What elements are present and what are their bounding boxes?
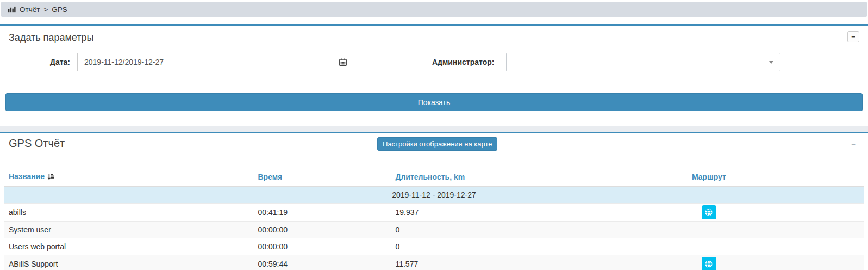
sort-icon [47,173,54,182]
cell-distance: 0 [391,238,554,255]
cell-name: Users web portal [4,238,253,255]
collapse-report-button[interactable]: − [851,140,856,149]
breadcrumb-item-report[interactable]: Отчёт [20,5,40,14]
column-header-route-label: Маршрут [692,173,726,181]
column-header-time[interactable]: Время [253,168,391,187]
cell-time: 00:00:00 [253,238,391,255]
report-panel: GPS Отчёт Настройки отображения на карте… [0,132,868,270]
cell-time: 00:41:19 [253,204,391,222]
column-header-time-label: Время [258,173,282,181]
panel-separator [0,126,868,132]
table-row: ABillS Support00:59:4411.577 [4,255,864,270]
admin-select[interactable] [506,53,780,71]
route-map-button[interactable] [702,205,716,219]
date-range-group-row: 2019-11-12 - 2019-12-27 [4,187,864,204]
table-row: abills00:41:1919.937 [4,204,864,222]
report-panel-header: GPS Отчёт Настройки отображения на карте… [4,133,864,155]
params-panel: Задать параметры − Дата: [0,24,868,119]
chevron-down-icon [769,61,773,64]
breadcrumb: Отчёт > GPS [1,2,867,17]
cell-distance: 19.937 [391,204,554,222]
breadcrumb-item-gps[interactable]: GPS [52,5,67,14]
cell-name: abills [4,204,253,222]
collapse-params-button[interactable]: − [847,31,859,42]
column-header-name-label: Название [9,172,45,181]
globe-icon [704,208,713,217]
report-title: GPS Отчёт [4,137,65,150]
cell-name: ABillS Support [4,255,253,270]
date-range-label: 2019-11-12 - 2019-12-27 [4,187,864,204]
show-button[interactable]: Показать [5,93,863,111]
admin-label: Администратор: [432,58,494,66]
cell-route [554,255,864,270]
date-input-group [77,53,353,71]
cell-route [554,204,864,222]
column-header-name[interactable]: Название [4,168,253,187]
cell-distance: 11.577 [391,255,554,270]
table-row: System user00:00:000 [4,222,864,238]
cell-time: 00:00:00 [253,222,391,238]
params-panel-title: Задать параметры [5,32,863,44]
cell-distance: 0 [391,222,554,238]
gps-report-table: Название Время Длительность, km Маршрут [4,168,864,270]
column-header-distance-label: Длительность, km [395,173,465,181]
route-map-button[interactable] [702,257,716,270]
params-form-row: Дата: А [5,53,863,71]
cell-name: System user [4,222,253,238]
column-header-distance[interactable]: Длительность, km [391,168,554,187]
params-panel-header: Задать параметры − [5,26,863,44]
bar-chart-icon [8,6,16,13]
cell-time: 00:59:44 [253,255,391,270]
map-settings-button[interactable]: Настройки отображения на карте [377,137,497,151]
breadcrumb-separator: > [43,5,48,14]
cell-route [554,222,864,238]
date-input[interactable] [77,53,333,71]
column-header-route[interactable]: Маршрут [554,168,864,187]
table-header-row: Название Время Длительность, km Маршрут [4,168,864,187]
globe-icon [704,260,713,268]
calendar-button[interactable] [333,53,353,71]
date-label: Дата: [5,58,70,66]
table-row: Users web portal00:00:000 [4,238,864,255]
minus-icon: − [851,33,855,41]
cell-route [554,238,864,255]
calendar-icon [339,58,347,66]
